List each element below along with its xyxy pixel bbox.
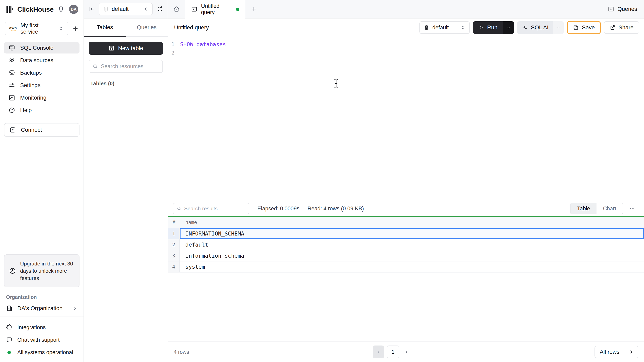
sidebar-header: ClickHouse DA <box>0 0 84 18</box>
table-row[interactable]: 3 information_schema <box>168 250 644 261</box>
query-toolbar: Untitled query default Run <box>168 18 644 37</box>
user-avatar[interactable]: DA <box>69 5 78 14</box>
row-number: 2 <box>168 239 180 250</box>
sql-ai-button[interactable]: SQL AI <box>517 21 554 34</box>
database-name: default <box>112 6 128 12</box>
sidebar-item-sql-console[interactable]: SQL Console <box>4 42 80 53</box>
building-icon <box>6 305 13 312</box>
row-value[interactable]: information_schema <box>180 250 644 261</box>
table-row[interactable]: 4 system <box>168 261 644 273</box>
service-selector[interactable]: aws My first service <box>5 22 68 35</box>
sidebar-item-data-sources[interactable]: Data sources <box>4 55 80 66</box>
sidebar-item-settings[interactable]: Settings <box>4 80 80 91</box>
monitoring-chart-icon <box>8 94 15 101</box>
external-link-icon <box>610 25 615 30</box>
row-value[interactable]: default <box>180 239 644 250</box>
save-button[interactable]: Save <box>567 21 601 34</box>
results-menu-ellipsis-icon[interactable] <box>625 206 639 212</box>
query-database-selector[interactable]: default <box>420 21 470 34</box>
system-status-link[interactable]: All systems operational <box>6 347 78 358</box>
status-green-dot <box>8 351 11 354</box>
collapse-panel-icon[interactable] <box>88 6 95 12</box>
prev-page-button[interactable] <box>373 346 384 359</box>
share-button[interactable]: Share <box>604 21 639 34</box>
row-number: 3 <box>168 250 180 261</box>
run-options-button[interactable] <box>503 21 514 34</box>
chevron-updown-icon <box>58 26 64 31</box>
search-icon <box>92 63 98 69</box>
sidebar-item-backups[interactable]: Backups <box>4 67 80 78</box>
run-button[interactable]: Run <box>473 21 503 34</box>
unsaved-green-dot <box>236 8 239 11</box>
queries-button[interactable]: Queries <box>601 0 644 18</box>
sql-console-icon <box>8 44 15 51</box>
play-icon <box>478 25 484 30</box>
query-title[interactable]: Untitled query <box>173 24 209 31</box>
row-number: 4 <box>168 261 180 272</box>
sql-editor[interactable]: 1 SHOW databases 2 <box>168 37 644 201</box>
terminal-icon <box>608 6 614 12</box>
search-resources-input[interactable] <box>101 63 172 70</box>
query-tabstrip: Untitled query Queries <box>168 0 644 18</box>
home-icon[interactable] <box>168 0 185 18</box>
integrations-link[interactable]: Integrations <box>6 322 78 333</box>
query-tab-label: Untitled query <box>201 3 232 15</box>
data-sources-icon <box>8 57 15 64</box>
new-table-button[interactable]: New table <box>89 42 163 55</box>
view-toggle-chart[interactable]: Chart <box>596 203 623 214</box>
page-size-selector[interactable]: All rows <box>594 346 638 358</box>
upgrade-banner[interactable]: Upgrade in the next 30 days to unlock mo… <box>4 254 80 287</box>
sidebar-item-label: Help <box>20 107 32 113</box>
database-selector[interactable]: default <box>99 3 153 15</box>
organization-name: DA's Organization <box>17 305 62 312</box>
elapsed-time: Elapsed: 0.0009s <box>258 206 300 212</box>
refresh-icon[interactable] <box>157 6 163 12</box>
table-row[interactable]: 1 INFORMATION_SCHEMA <box>168 228 644 239</box>
main-area: Untitled query Queries Untitled query de… <box>168 0 644 362</box>
brand-name: ClickHouse <box>17 5 54 13</box>
search-results-input[interactable] <box>184 206 246 212</box>
row-value[interactable]: system <box>180 261 644 272</box>
sidebar-item-label: Backups <box>20 70 42 76</box>
sql-ai-options-button[interactable] <box>553 21 564 34</box>
run-button-group: Run <box>473 21 514 34</box>
queries-button-label: Queries <box>618 6 637 12</box>
next-page-button[interactable] <box>402 346 411 359</box>
query-tab-untitled[interactable]: Untitled query <box>185 0 245 18</box>
new-query-tab-button[interactable] <box>245 0 262 18</box>
view-toggle: Table Chart <box>570 203 623 214</box>
chat-support-link[interactable]: Chat with support <box>6 335 78 345</box>
column-header-name: name <box>180 220 197 225</box>
notifications-bell-icon[interactable] <box>57 6 64 13</box>
pagination: 1 <box>373 346 411 359</box>
sidebar-footer: Integrations Chat with support All syste… <box>0 317 84 362</box>
sparkles-icon <box>522 25 528 30</box>
run-label: Run <box>487 24 497 31</box>
tab-queries[interactable]: Queries <box>126 18 168 36</box>
clickhouse-logo-icon <box>5 5 13 13</box>
help-icon <box>8 107 15 114</box>
row-number: 1 <box>168 228 180 239</box>
table-row[interactable]: 2 default <box>168 239 644 250</box>
clickhouse-console-app: ClickHouse DA aws My first service <box>0 0 644 362</box>
search-icon <box>176 206 182 211</box>
results-footer: 4 rows 1 All rows <box>168 342 644 362</box>
aws-logo-icon: aws <box>9 26 17 31</box>
sidebar-item-monitoring[interactable]: Monitoring <box>4 92 80 103</box>
terminal-icon <box>191 6 198 12</box>
tab-tables[interactable]: Tables <box>84 18 126 36</box>
sql-ai-label: SQL AI <box>531 24 548 31</box>
results-table-header: # name <box>168 217 644 228</box>
organization-item[interactable]: DA's Organization <box>0 303 84 317</box>
browser-topbar: default <box>84 0 168 18</box>
view-toggle-table[interactable]: Table <box>570 203 596 214</box>
line-number: 2 <box>168 50 180 56</box>
row-value[interactable]: INFORMATION_SCHEMA <box>180 228 644 239</box>
add-service-button[interactable] <box>72 25 79 32</box>
connect-button[interactable]: Connect <box>4 123 80 137</box>
service-selector-row: aws My first service <box>0 18 84 38</box>
organization-section-label: Organization <box>0 293 84 303</box>
sidebar-item-help[interactable]: Help <box>4 105 80 116</box>
page-number-button[interactable]: 1 <box>387 346 399 359</box>
save-floppy-icon <box>573 25 578 30</box>
